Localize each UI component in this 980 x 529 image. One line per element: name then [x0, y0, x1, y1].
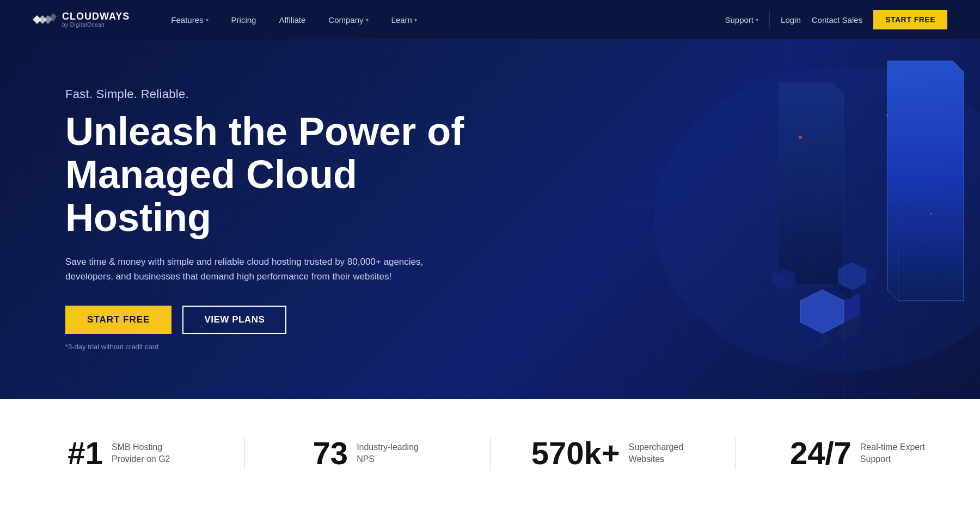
nav-start-free-button[interactable]: START FREE	[873, 10, 947, 29]
hero-view-plans-button[interactable]: VIEW PLANS	[182, 306, 286, 334]
hero-decoration	[517, 39, 980, 399]
nav-divider	[769, 11, 770, 28]
nav-support[interactable]: Support ▾	[725, 15, 759, 25]
hero-description: Save time & money with simple and reliab…	[65, 254, 446, 284]
hero-title-line1: Unleash the Power of	[65, 110, 464, 153]
stat-label: Supercharged Websites	[629, 441, 694, 466]
nav-login[interactable]: Login	[781, 15, 801, 25]
hero-buttons: START FREE VIEW PLANS	[65, 306, 474, 334]
features-chevron-icon: ▾	[206, 17, 209, 23]
svg-line-5	[626, 148, 898, 312]
stat-item: 24/7 Real-time Expert Support	[736, 427, 980, 480]
svg-point-13	[799, 136, 802, 139]
hero-tagline: Fast. Simple. Reliable.	[65, 87, 474, 101]
logo-link[interactable]: CLOUDWAYS by DigitalOcean	[33, 9, 130, 31]
nav-right: Support ▾ Login Contact Sales START FREE	[725, 10, 948, 29]
stat-item: 73 Industry-leading NPS	[245, 427, 489, 480]
nav-pricing[interactable]: Pricing	[223, 11, 265, 29]
company-chevron-icon: ▾	[366, 17, 369, 23]
svg-line-9	[626, 121, 953, 257]
hero-start-free-button[interactable]: START FREE	[65, 306, 171, 334]
svg-point-14	[886, 114, 889, 117]
stats-section: #1 SMB Hosting Provider on G2 73 Industr…	[0, 399, 980, 507]
hero-title-line2: Managed Cloud Hosting	[65, 153, 357, 239]
hero-section: Fast. Simple. Reliable. Unleash the Powe…	[0, 39, 980, 399]
svg-line-6	[681, 175, 953, 339]
hero-content: Fast. Simple. Reliable. Unleash the Powe…	[65, 87, 474, 351]
stat-item: 570k+ Supercharged Websites	[491, 427, 735, 480]
stat-label: SMB Hosting Provider on G2	[112, 441, 177, 466]
nav-company[interactable]: Company ▾	[320, 11, 377, 29]
stat-label: Industry-leading NPS	[357, 441, 422, 466]
nav-features[interactable]: Features ▾	[162, 11, 217, 29]
stat-item: #1 SMB Hosting Provider on G2	[0, 427, 244, 480]
nav-learn[interactable]: Learn ▾	[383, 11, 426, 29]
stat-number: 570k+	[531, 437, 620, 469]
stat-number: #1	[68, 437, 103, 469]
svg-line-7	[735, 203, 980, 366]
learn-chevron-icon: ▾	[414, 17, 417, 23]
nav-contact[interactable]: Contact Sales	[812, 15, 862, 25]
navbar: CLOUDWAYS by DigitalOcean Features ▾ Pri…	[0, 0, 980, 39]
stat-number: 24/7	[790, 437, 852, 469]
stat-label: Real-time Expert Support	[860, 441, 926, 466]
hero-title: Unleash the Power of Managed Cloud Hosti…	[65, 110, 474, 240]
svg-point-0	[653, 66, 980, 372]
nav-affiliate[interactable]: Affiliate	[270, 11, 314, 29]
hero-trial-note: *3-day trial without credit card	[65, 343, 474, 351]
stat-number: 73	[313, 437, 348, 469]
nav-links: Features ▾ Pricing Affiliate Company ▾ L…	[162, 11, 725, 29]
support-chevron-icon: ▾	[756, 17, 758, 23]
svg-point-15	[930, 212, 932, 215]
logo-text: CLOUDWAYS by DigitalOcean	[62, 11, 130, 28]
logo-icon	[33, 9, 57, 31]
